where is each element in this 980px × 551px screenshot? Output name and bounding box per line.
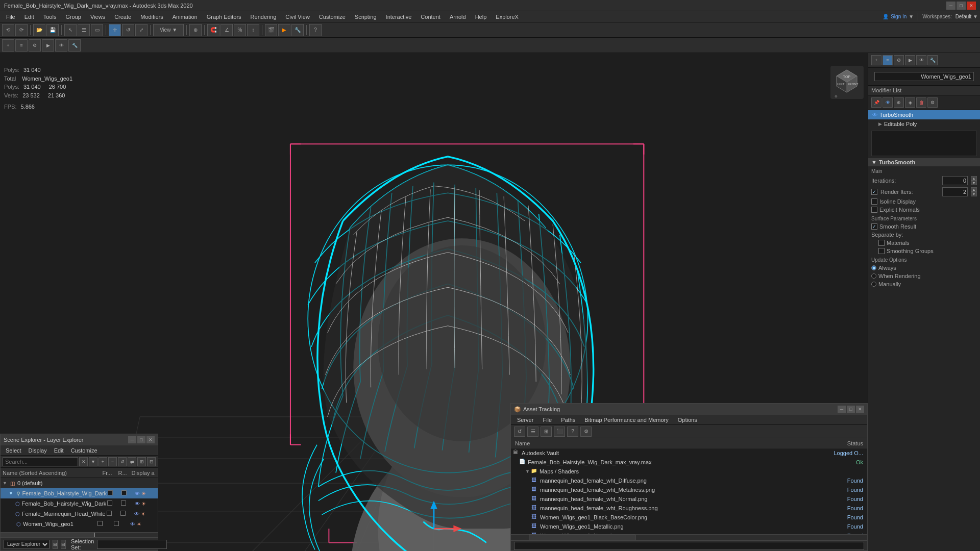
materials-checkbox[interactable]	[878, 240, 885, 246]
menu-civil-view[interactable]: Civil View	[281, 13, 313, 21]
se-menu-customize[interactable]: Customize	[68, 446, 101, 455]
menu-tools[interactable]: Tools	[39, 13, 61, 21]
save-button[interactable]: 💾	[46, 24, 59, 36]
turbosmooth-section-header[interactable]: ▼ TurboSmooth	[868, 158, 980, 166]
scene-explorer-scrollbar[interactable]	[1, 532, 158, 537]
select-by-name[interactable]: ☰	[78, 24, 90, 36]
utilities-tab[interactable]: 🔧	[68, 39, 81, 52]
show-hide-mod-icon[interactable]: 👁	[883, 97, 893, 108]
pin-mod-icon[interactable]: 📌	[871, 97, 881, 108]
selection-set-input[interactable]	[97, 540, 167, 549]
display-icon-btn[interactable]: 👁	[916, 55, 926, 65]
open-file-button[interactable]: 📂	[33, 24, 45, 36]
menu-edit[interactable]: Edit	[20, 13, 38, 21]
reference-coord[interactable]: View ▼	[153, 24, 184, 36]
menu-arnold[interactable]: Arnold	[446, 13, 470, 21]
create-tab[interactable]: +	[2, 39, 14, 52]
make-unique-icon[interactable]: ◈	[905, 97, 915, 108]
minimize-button[interactable]: ─	[946, 2, 955, 10]
render-scene[interactable]: 🎬	[265, 24, 277, 36]
viewport-cube[interactable]: TOP FRONT LEFT ⊕	[830, 66, 864, 99]
menu-file[interactable]: File	[2, 13, 19, 21]
at-col-status-header[interactable]: Status	[824, 440, 865, 446]
sign-in-label[interactable]: Sign In	[891, 14, 906, 19]
se-row-wigs[interactable]: ⬡ Women_Wigs_geo1 👁 ☀	[1, 519, 158, 529]
at-close-btn[interactable]: ✕	[856, 406, 864, 413]
at-tool-refresh[interactable]: ↺	[514, 427, 525, 437]
spinner-snap[interactable]: ↕	[247, 24, 259, 36]
hierarchy-tab[interactable]: ⚙	[29, 39, 41, 52]
at-tool-list[interactable]: ☰	[527, 427, 538, 437]
at-row-vault[interactable]: 🏛 Autodesk Vault Logged O...	[511, 448, 867, 458]
iterations-down[interactable]: ▼	[971, 181, 977, 185]
layer-explorer-select[interactable]: Layer Explorer	[4, 540, 50, 549]
se-footer-btn-1[interactable]: ⊞	[53, 540, 58, 549]
se-clear-search[interactable]: ✕	[79, 457, 88, 466]
se-collapse-btn[interactable]: ⊟	[147, 457, 156, 466]
at-menu-bitmap[interactable]: Bitmap Performance and Memory	[580, 416, 672, 424]
editable-poly-modifier[interactable]: ▶ Editable Poly	[868, 119, 980, 129]
at-tool-help[interactable]: ?	[567, 427, 578, 437]
render-iters-checkbox[interactable]	[871, 189, 877, 195]
se-row-bob-group[interactable]: ▼ ⚲ Female_Bob_Hairstyle_Wig_Dark 👁 ☀	[1, 488, 158, 498]
angle-snap[interactable]: ∠	[220, 24, 233, 36]
se-filter-btn[interactable]: ▼	[89, 457, 97, 466]
menu-interactive[interactable]: Interactive	[382, 13, 416, 21]
menu-content[interactable]: Content	[416, 13, 445, 21]
object-name-field[interactable]	[874, 72, 974, 81]
config-icon[interactable]: ⚙	[927, 97, 938, 108]
display-tab[interactable]: 👁	[55, 39, 67, 52]
when-rendering-radio[interactable]	[871, 273, 876, 279]
menu-customize[interactable]: Customize	[315, 13, 350, 21]
se-row-mannequin[interactable]: ⬡ Female_Mannequin_Head_White 👁 ☀	[1, 509, 158, 519]
menu-rendering[interactable]: Rendering	[247, 13, 281, 21]
scene-explorer-search[interactable]	[3, 457, 78, 466]
workspaces-dropdown-icon[interactable]: ▼	[973, 14, 978, 19]
isoline-checkbox[interactable]	[871, 198, 877, 205]
modifier-icon-btn[interactable]: ≡	[883, 55, 893, 65]
sign-in-dropdown-icon[interactable]: ▼	[909, 14, 914, 19]
redo-button[interactable]: ⟳	[15, 24, 28, 36]
render-setup[interactable]: 🔧	[291, 24, 304, 36]
modifier-tab[interactable]: ≡	[15, 39, 28, 52]
se-menu-display[interactable]: Display	[26, 446, 50, 455]
at-search-input[interactable]	[514, 542, 864, 550]
menu-create[interactable]: Create	[110, 13, 135, 21]
motion-icon-btn[interactable]: ▶	[905, 55, 915, 65]
se-minimize-btn[interactable]: ─	[128, 436, 136, 443]
at-tool-grid[interactable]: ⊞	[541, 427, 552, 437]
menu-group[interactable]: Group	[61, 13, 85, 21]
iterations-up[interactable]: ▲	[971, 176, 977, 181]
undo-button[interactable]: ⟲	[2, 24, 14, 36]
motion-tab[interactable]: ▶	[42, 39, 54, 52]
render-iters-up[interactable]: ▲	[971, 187, 977, 192]
always-radio[interactable]	[871, 265, 876, 270]
pivot-tool[interactable]: ⊕	[189, 24, 202, 36]
se-add-btn[interactable]: +	[99, 457, 107, 466]
snap-toggle[interactable]: 🧲	[207, 24, 219, 36]
asset-tracking-h-scrollbar[interactable]	[511, 534, 867, 540]
menu-modifiers[interactable]: Modifiers	[136, 13, 167, 21]
se-expand-btn[interactable]: ⊞	[137, 457, 146, 466]
at-col-name-header[interactable]: Name	[513, 440, 824, 446]
at-row-metallic[interactable]: 🖼 Women_Wigs_geo1_Metallic.png Found	[511, 522, 867, 531]
maximize-button[interactable]: □	[957, 2, 966, 10]
menu-explorex[interactable]: ExploreX	[492, 13, 523, 21]
explicit-normals-checkbox[interactable]	[871, 207, 877, 213]
create-icon-btn[interactable]: +	[871, 55, 881, 65]
se-close-btn[interactable]: ✕	[146, 436, 155, 443]
at-row-file[interactable]: 📄 Female_Bob_Hairstyle_Wig_Dark_max_vray…	[511, 458, 867, 467]
hierarchy-icon-btn[interactable]: ⚙	[894, 55, 904, 65]
manually-radio[interactable]	[871, 282, 876, 287]
at-tool-settings[interactable]: ⚙	[580, 427, 592, 437]
se-refresh-btn[interactable]: ↺	[118, 457, 127, 466]
scale-tool[interactable]: ⤢	[135, 24, 148, 36]
at-minimize-btn[interactable]: ─	[838, 406, 846, 413]
delete-mod-icon[interactable]: 🗑	[916, 97, 926, 108]
select-tool[interactable]: ↖	[64, 24, 77, 36]
at-tool-thumb[interactable]: ⬛	[554, 427, 565, 437]
se-maximize-btn[interactable]: □	[137, 436, 145, 443]
utilities-icon-btn[interactable]: 🔧	[927, 55, 938, 65]
menu-help[interactable]: Help	[471, 13, 491, 21]
at-row-maps-folder[interactable]: ▼ 📁 Maps / Shaders	[511, 467, 867, 476]
